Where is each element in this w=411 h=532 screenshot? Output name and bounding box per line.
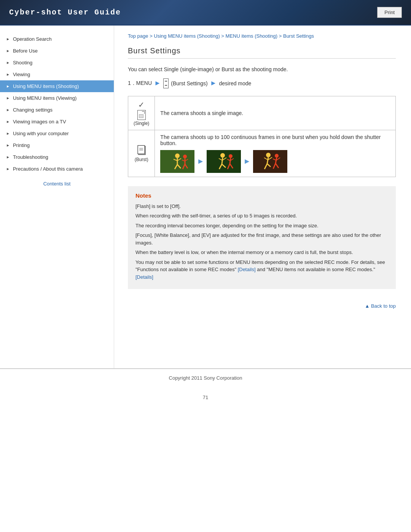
content-area: Top page > Using MENU items (Shooting) >… — [114, 26, 411, 368]
breadcrumb-sep1: > — [150, 33, 154, 39]
breadcrumb-menu-items[interactable]: MENU items (Shooting) — [226, 33, 278, 39]
note-item-2: When recording with the self-timer, a se… — [135, 212, 388, 220]
sidebar-item-label: Troubleshooting — [13, 154, 48, 160]
burst-svg-icon — [137, 145, 146, 155]
details-link-2[interactable]: [Details] — [135, 274, 153, 280]
svg-point-23 — [229, 154, 233, 158]
sidebar-item-viewing[interactable]: ► Viewing — [0, 69, 114, 80]
notes-list: [Flash] is set to [Off]. When recording … — [135, 203, 388, 281]
copyright-text: Copyright 2011 Sony Corporation — [169, 375, 242, 381]
burst-arrow-1: ► — [197, 157, 204, 166]
sidebar-item-shooting[interactable]: ► Shooting — [0, 57, 114, 69]
arrow-icon: ► — [6, 120, 10, 124]
runner-svg-3 — [253, 150, 287, 173]
svg-point-17 — [220, 153, 225, 158]
burst-image-2 — [207, 150, 241, 173]
contents-list-link[interactable]: Contents list — [0, 181, 114, 187]
single-icon-cell: ✓ (Single) — [128, 96, 155, 130]
page-title: Burst Settings — [128, 46, 396, 59]
sidebar-item-label: Shooting — [13, 60, 32, 66]
note-item-5: When the battery level is low, or when t… — [135, 249, 388, 256]
single-description: The camera shoots a single image. — [155, 96, 396, 130]
arrow-icon: ► — [6, 155, 10, 159]
sidebar-item-label: Viewing — [13, 72, 30, 77]
sidebar-item-printing[interactable]: ► Printing — [0, 139, 114, 151]
sidebar-item-using-computer[interactable]: ► Using with your computer — [0, 128, 114, 139]
svg-point-4 — [175, 153, 180, 158]
svg-point-36 — [275, 154, 279, 158]
table-row-burst: (Burst) The camera shoots up to 100 cont… — [128, 130, 396, 177]
notes-title: Notes — [135, 192, 388, 199]
burst-label: (Burst) — [135, 157, 148, 162]
sidebar-item-label: Using MENU items (Shooting) — [13, 83, 79, 89]
sidebar: ► Operation Search ► Before Use ► Shooti… — [0, 26, 114, 368]
menu-arrow-icon-2: ► — [210, 79, 217, 87]
runner-svg-1 — [160, 150, 194, 173]
svg-rect-2 — [139, 148, 143, 151]
arrow-icon: ► — [6, 131, 10, 136]
header: Cyber-shot User Guide Print — [0, 0, 411, 26]
svg-point-10 — [183, 155, 187, 158]
burst-settings-icon: ▪▪ ▪▪ — [163, 78, 169, 88]
back-to-top-row: ▲ Back to top — [128, 298, 396, 313]
sidebar-item-label: Printing — [13, 142, 30, 148]
menu-instruction: 1．MENU ► ▪▪ ▪▪ (Burst Settings) ► desire… — [128, 78, 396, 88]
single-label: (Single) — [134, 121, 149, 126]
runner-svg-2 — [207, 150, 241, 173]
sidebar-item-operation-search[interactable]: ► Operation Search — [0, 33, 114, 45]
burst-arrow-2: ► — [243, 157, 251, 166]
sidebar-item-label: Using MENU items (Viewing) — [13, 95, 76, 101]
burst-images-container: ► — [160, 150, 390, 173]
desired-mode-text: desired mode — [219, 80, 252, 86]
breadcrumb-using-menu-shooting[interactable]: Using MENU items (Shooting) — [154, 33, 220, 39]
step-number: 1．MENU — [128, 80, 152, 87]
sidebar-item-using-menu-shooting[interactable]: ► Using MENU items (Shooting) — [0, 80, 114, 92]
footer: Copyright 2011 Sony Corporation — [0, 369, 411, 387]
table-row-single: ✓ (Single) The camera shoots a single im… — [128, 96, 396, 130]
arrow-icon: ► — [6, 61, 10, 65]
breadcrumb: Top page > Using MENU items (Shooting) >… — [128, 33, 396, 39]
arrow-icon: ► — [6, 37, 10, 41]
arrow-icon: ► — [6, 96, 10, 100]
sidebar-item-label: Changing settings — [13, 107, 53, 113]
print-button[interactable]: Print — [377, 7, 402, 18]
single-mode-icon: ✓ (Single) — [134, 100, 149, 126]
check-icon: ✓ — [138, 100, 145, 109]
breadcrumb-burst-settings[interactable]: Burst Settings — [283, 33, 314, 39]
menu-arrow-icon: ► — [154, 79, 161, 87]
burst-settings-table: ✓ (Single) The camera shoots a single im… — [128, 96, 396, 177]
note-item-3: The recording interval becomes longer, d… — [135, 222, 388, 230]
sidebar-item-viewing-tv[interactable]: ► Viewing images on a TV — [0, 116, 114, 128]
app-title: Cyber-shot User Guide — [9, 8, 121, 17]
back-to-top-link[interactable]: ▲ Back to top — [365, 303, 396, 309]
sidebar-item-label: Before Use — [13, 48, 38, 54]
burst-description-cell: The camera shoots up to 100 continuous f… — [155, 130, 396, 177]
svg-line-18 — [222, 158, 223, 164]
sidebar-item-precautions[interactable]: ► Precautions / About this camera — [0, 163, 114, 175]
burst-description-text: The camera shoots up to 100 continuous f… — [160, 134, 390, 146]
burst-image-3 — [253, 150, 287, 173]
sidebar-item-using-menu-viewing[interactable]: ► Using MENU items (Viewing) — [0, 92, 114, 104]
details-link-1[interactable]: [Details] — [238, 267, 256, 272]
sidebar-item-label: Precautions / About this camera — [13, 166, 83, 172]
burst-image-1 — [160, 150, 194, 173]
description-text: You can select Single (single-image) or … — [128, 66, 396, 72]
arrow-icon: ► — [6, 84, 10, 88]
breadcrumb-top[interactable]: Top page — [128, 33, 148, 39]
sidebar-item-changing-settings[interactable]: ► Changing settings — [0, 104, 114, 116]
sidebar-item-label: Operation Search — [13, 36, 52, 42]
breadcrumb-sep3: > — [279, 33, 283, 39]
svg-point-30 — [266, 153, 271, 157]
burst-settings-label: (Burst Settings) — [171, 80, 207, 86]
breadcrumb-sep2: > — [221, 33, 225, 39]
note-item-4: [Focus], [White Balance], and [EV] are a… — [135, 232, 388, 246]
page-number: 71 — [0, 395, 411, 400]
sidebar-item-troubleshooting[interactable]: ► Troubleshooting — [0, 151, 114, 163]
burst-icon-cell: (Burst) — [128, 130, 155, 177]
arrow-icon: ► — [6, 143, 10, 147]
notes-section: Notes [Flash] is set to [Off]. When reco… — [128, 186, 396, 289]
svg-rect-29 — [253, 150, 287, 173]
main-layout: ► Operation Search ► Before Use ► Shooti… — [0, 26, 411, 368]
sidebar-item-before-use[interactable]: ► Before Use — [0, 45, 114, 57]
arrow-icon: ► — [6, 167, 10, 171]
